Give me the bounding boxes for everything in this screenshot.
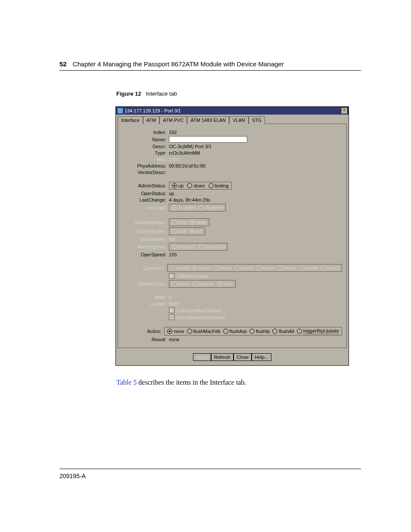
radio-qos-5[interactable]: level5 bbox=[277, 265, 296, 271]
value-lastchange: 4 days, 8h:44m:29s bbox=[169, 197, 210, 202]
figure-title: Interface tab bbox=[146, 90, 177, 97]
label-operspeed: OperSpeed: bbox=[129, 252, 169, 257]
value-mltid: 0 bbox=[169, 295, 171, 300]
label-action: Action: bbox=[129, 329, 164, 334]
page-number: 52 bbox=[59, 60, 67, 68]
value-operspeed: 155 bbox=[169, 252, 177, 257]
radio-qos-7[interactable]: level7 bbox=[320, 265, 339, 271]
radio-autoneg-true[interactable]: true bbox=[172, 220, 187, 225]
label-descr: Descr: bbox=[129, 144, 169, 149]
close-button[interactable]: Close bbox=[234, 353, 252, 361]
help-button[interactable]: Help... bbox=[252, 353, 271, 361]
radio-adminduplex-half[interactable]: half bbox=[172, 229, 186, 234]
adminstatus-group: up down testing bbox=[169, 182, 232, 190]
radio-diffserv-core[interactable]: core bbox=[217, 281, 233, 286]
radio-qos-6[interactable]: level6 bbox=[299, 265, 318, 271]
dialog-buttons: Apply Refresh Close Help... bbox=[116, 351, 349, 365]
label-mtu: Mtu: bbox=[129, 157, 169, 162]
label-index: Index: bbox=[129, 130, 169, 135]
radio-adminstatus-testing[interactable]: testing bbox=[209, 183, 229, 188]
checkbox-diffservenable[interactable]: DiffServEnable bbox=[169, 273, 208, 279]
label-adminduplex: AdminDuplex: bbox=[129, 229, 169, 234]
label-result: Result: bbox=[129, 337, 169, 342]
table-5-link[interactable]: Table 5 bbox=[116, 379, 137, 386]
value-operduplex: full bbox=[169, 236, 175, 242]
label-lastchange: LastChange: bbox=[129, 197, 169, 202]
tab-atm-1483[interactable]: ATM 1483 ELAN bbox=[187, 116, 229, 124]
value-operstatus: up bbox=[169, 191, 174, 196]
value-locked: false bbox=[169, 301, 179, 306]
radio-qos-3[interactable]: level3 bbox=[234, 265, 253, 271]
radio-adminstatus-up[interactable]: up bbox=[172, 183, 184, 188]
radio-autoneg-false[interactable]: false bbox=[190, 220, 206, 225]
body-text: Table 5 describes the items in the Inter… bbox=[116, 379, 361, 386]
dialog-title: 134.177.128.129 - Port 3/1 bbox=[125, 108, 341, 113]
radio-adminspeed-100[interactable]: mbps100 bbox=[199, 244, 224, 249]
figure-caption: Figure 12 Interface tab bbox=[116, 90, 361, 97]
label-mltid: MltId: bbox=[129, 295, 169, 300]
interface-panel: Index:192 Name: Descr:OC-3c(MM) Port 3/1… bbox=[118, 124, 347, 348]
action-group: none flushMacFdb flushArp flushIp flushA… bbox=[164, 327, 342, 336]
chapter-title: Chapter 4 Managing the Passport 8672ATM … bbox=[73, 60, 284, 68]
interface-dialog: 134.177.128.129 - Port 3/1 × Interface A… bbox=[115, 106, 349, 366]
label-operduplex: OperDuplex: bbox=[129, 236, 169, 242]
radio-action-flusharp[interactable]: flushArp bbox=[223, 329, 247, 334]
qoslevel-group: level0 level1 level2 level3 level4 level… bbox=[167, 264, 342, 272]
tab-interface[interactable]: Interface bbox=[118, 116, 143, 124]
radio-action-none[interactable]: none bbox=[167, 329, 184, 334]
doc-id: 209195-A bbox=[59, 473, 86, 479]
tab-strip: Interface ATM ATM PVC ATM 1483 ELAN VLAN… bbox=[116, 115, 349, 124]
tab-vlan[interactable]: VLAN bbox=[229, 116, 249, 124]
checkbox-directbroadcastenable[interactable]: DirectBroadcastEnable bbox=[169, 314, 225, 320]
label-type: Type: bbox=[129, 150, 169, 156]
label-name: Name: bbox=[129, 137, 169, 142]
label-physaddress: PhysAddress: bbox=[129, 163, 169, 168]
value-physaddress: 00:80:2d:af:5c:80 bbox=[169, 163, 206, 168]
figure-label: Figure 12 bbox=[116, 90, 141, 97]
radio-diffserv-none[interactable]: none bbox=[172, 281, 189, 286]
body-text-rest: describes the items in the Interface tab… bbox=[137, 379, 246, 386]
adminduplex-group: half full bbox=[169, 227, 205, 235]
radio-linktrap-disabled[interactable]: disabled bbox=[199, 205, 223, 210]
close-icon[interactable]: × bbox=[341, 107, 348, 114]
label-adminstatus: AdminStatus: bbox=[129, 183, 169, 188]
radio-qos-4[interactable]: level4 bbox=[256, 265, 275, 271]
radio-linktrap-enabled[interactable]: enabled bbox=[172, 205, 195, 210]
radio-action-flushall[interactable]: flushAll bbox=[272, 329, 294, 334]
dialog-titlebar: 134.177.128.129 - Port 3/1 × bbox=[116, 107, 349, 115]
apply-button[interactable]: Apply bbox=[193, 353, 211, 361]
radio-adminduplex-full[interactable]: full bbox=[190, 229, 202, 234]
radio-action-triggerripupdate[interactable]: triggerRipUpdate bbox=[297, 328, 339, 334]
tab-atm[interactable]: ATM bbox=[143, 116, 159, 124]
radio-adminstatus-down[interactable]: down bbox=[187, 183, 205, 188]
radio-action-fluship[interactable]: flushIp bbox=[249, 329, 270, 334]
tab-stg[interactable]: STG bbox=[249, 116, 265, 124]
value-type: rcOc3cAtmMM bbox=[169, 150, 200, 156]
adminspeed-group: mbps10 mbps100 bbox=[169, 243, 227, 251]
refresh-button[interactable]: Refresh bbox=[211, 353, 234, 361]
label-linktrap: LinkTrap: bbox=[129, 205, 169, 210]
label-locked: Locked: bbox=[129, 301, 169, 306]
value-mtu: 1950 bbox=[169, 157, 179, 162]
tab-atm-pvc[interactable]: ATM PVC bbox=[159, 116, 187, 124]
radio-adminspeed-10[interactable]: mbps10 bbox=[172, 244, 195, 249]
radio-qos-2[interactable]: level2 bbox=[213, 265, 232, 271]
radio-qos-1[interactable]: level1 bbox=[192, 265, 211, 271]
radio-qos-0[interactable]: level0 bbox=[170, 265, 189, 271]
label-qoslevel: QosLevel: bbox=[129, 265, 167, 271]
label-autonegotiate: AutoNegotiate: bbox=[129, 220, 169, 225]
page-header: 52 Chapter 4 Managing the Passport 8672A… bbox=[59, 60, 361, 71]
page-footer: 209195-A bbox=[59, 469, 361, 479]
linktrap-group: enabled disabled bbox=[169, 204, 226, 212]
name-field[interactable] bbox=[169, 136, 247, 143]
checkbox-unknownmacdiscard[interactable]: UnknownMacDiscard bbox=[169, 308, 221, 313]
radio-diffserv-access[interactable]: access bbox=[192, 281, 213, 286]
label-vendordescr: VendorDescr: bbox=[129, 170, 169, 175]
label-diffservtype: DiffServType: bbox=[129, 281, 169, 286]
value-index: 192 bbox=[169, 130, 177, 135]
radio-action-flushmacfdb[interactable]: flushMacFdb bbox=[187, 329, 221, 334]
value-result: none bbox=[169, 337, 179, 342]
diffservtype-group: none access core bbox=[169, 280, 236, 288]
autonegotiate-group: true false bbox=[169, 218, 209, 226]
app-icon bbox=[118, 108, 123, 113]
